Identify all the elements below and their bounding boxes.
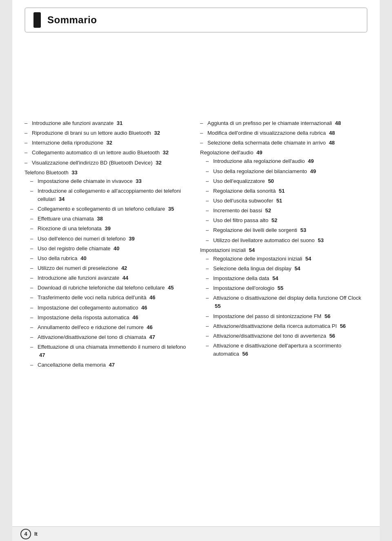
item-label: Trasferimento delle voci nella rubrica d… — [38, 294, 188, 302]
dash-icon: – — [24, 129, 30, 137]
item-label: Uso dell'uscita subwoofer 51 — [213, 197, 368, 205]
page-number: 46 — [132, 314, 138, 321]
page-number: 39 — [129, 236, 134, 242]
list-item: – Impostazione della risposta automatica… — [30, 314, 188, 322]
page-number: 47 — [109, 362, 115, 368]
item-label: Effettuazione di una chiamata immettendo… — [38, 343, 188, 359]
page-number: 49 — [308, 158, 314, 164]
item-label: Visualizzazione dell'indirizzo BD (Bluet… — [32, 159, 188, 167]
list-item: – Introduzione al collegamento e all'acc… — [30, 187, 188, 203]
item-label: Uso dell'equalizzatore 50 — [213, 177, 368, 185]
item-label: Cancellazione della memoria 47 — [38, 361, 188, 369]
dash-icon: – — [24, 159, 30, 167]
item-label: Collegamento e scollegamento di un telef… — [38, 205, 188, 213]
dash-icon: – — [24, 119, 30, 127]
page-number: 45 — [168, 285, 174, 291]
page-number: 32 — [107, 140, 112, 146]
right-intro-items: – Aggiunta di un prefisso per le chiamat… — [200, 119, 368, 147]
section-heading: Regolazione dell'audio 49 — [200, 149, 368, 156]
item-label: Uso del filtro passa alto 52 — [213, 216, 368, 225]
item-label: Annullamento dell'eco e riduzione del ru… — [38, 323, 188, 332]
dash-icon: – — [30, 304, 36, 312]
list-item: – Uso della rubrica 40 — [30, 254, 188, 263]
right-column: – Aggiunta di un prefisso per le chiamat… — [196, 119, 368, 371]
page-number: 54 — [294, 265, 300, 272]
dash-icon: – — [206, 342, 212, 350]
dash-icon: – — [206, 284, 212, 292]
list-item: – Cancellazione della memoria 47 — [30, 361, 188, 369]
page-number: 52 — [272, 217, 277, 223]
dash-icon: – — [206, 294, 212, 302]
left-column: – Introduzione alle funzioni avanzate 31… — [24, 119, 196, 371]
dash-icon: – — [30, 187, 36, 195]
black-accent-bar — [33, 12, 41, 28]
page-number: 38 — [97, 216, 102, 222]
regolazione-section: Regolazione dell'audio 49 – Introduzione… — [200, 149, 368, 244]
list-item: – Uso dell'uscita subwoofer 51 — [206, 197, 368, 205]
page-number: 48 — [329, 130, 335, 136]
list-item: – Impostazione della data 54 — [206, 274, 368, 283]
page-number: 51 — [279, 188, 285, 194]
list-item: – Modifica dell'ordine di visualizzazion… — [200, 129, 368, 137]
page-number: 48 — [335, 120, 341, 126]
dash-icon: – — [206, 226, 212, 234]
page-number: 51 — [276, 198, 282, 204]
page-number: 34 — [59, 196, 65, 202]
page-number: 54 — [272, 275, 278, 281]
list-item: – Attivazione e disattivazione dell'aper… — [206, 342, 368, 358]
page-number: 42 — [121, 265, 127, 271]
dash-icon: – — [30, 284, 36, 292]
list-item: – Regolazione delle impostazioni inizial… — [206, 255, 368, 263]
item-label: Regolazione della sonorità 51 — [213, 187, 368, 195]
item-label: Utilizzo dei numeri di preselezione 42 — [38, 264, 188, 272]
item-label: Attivazione o disattivazione del display… — [213, 294, 368, 310]
list-item: – Introduzione alle funzioni avanzate 31 — [24, 119, 188, 127]
list-item: – Riproduzione di brani su un lettore au… — [24, 129, 188, 137]
list-item: – Impostazione del collegamento automati… — [30, 304, 188, 312]
list-item: – Effettuazione di una chiamata immetten… — [30, 343, 188, 359]
page: Sommario – Introduzione alle funzioni av… — [12, 0, 380, 541]
item-label: Incremento dei bassi 52 — [213, 207, 368, 215]
section-heading: Impostazioni iniziali 54 — [200, 247, 368, 253]
item-label: Uso dell'elenco dei numeri di telefono 3… — [38, 235, 188, 243]
page-number: 56 — [340, 323, 345, 329]
item-label: Download di rubriche telefoniche dal tel… — [38, 284, 188, 292]
page-title: Sommario — [47, 14, 97, 26]
list-item: – Annullamento dell'eco e riduzione del … — [30, 323, 188, 332]
list-item: – Impostazione del passo di sintonizzazi… — [206, 312, 368, 321]
intro-section: – Introduzione alle funzioni avanzate 31… — [24, 119, 188, 167]
list-item: – Aggiunta di un prefisso per le chiamat… — [200, 119, 368, 127]
page-number: 56 — [329, 333, 335, 339]
list-item: – Uso dell'elenco dei numeri di telefono… — [30, 235, 188, 243]
item-label: Impostazione del collegamento automatico… — [38, 304, 188, 312]
item-label: Effettuare una chiamata 38 — [38, 215, 188, 223]
item-label: Regolazione dei livelli delle sorgenti 5… — [213, 226, 368, 234]
list-item: – Visualizzazione dell'indirizzo BD (Blu… — [24, 159, 188, 167]
list-item: – Uso dell'equalizzatore 50 — [206, 177, 368, 185]
dash-icon: – — [30, 333, 36, 341]
item-label: Riproduzione di brani su un lettore audi… — [32, 129, 188, 137]
dash-icon: – — [206, 274, 212, 283]
regolazione-items: – Introduzione alla regolazione dell'aud… — [200, 157, 368, 244]
list-item: – Uso del registro delle chiamate 40 — [30, 245, 188, 253]
dash-icon: – — [200, 119, 206, 127]
page-number: 56 — [242, 351, 248, 357]
page-number-badge: 4 — [20, 529, 31, 539]
list-item: – Ricezione di una telefonata 39 — [30, 225, 188, 233]
item-label: Impostazione del passo di sintonizzazion… — [213, 312, 368, 321]
page-number: 46 — [149, 294, 155, 301]
page-number: 31 — [117, 120, 122, 126]
dash-icon: – — [30, 361, 36, 369]
page-number: 53 — [318, 237, 323, 243]
title-bar: Sommario — [24, 7, 368, 33]
page-number: 50 — [268, 178, 274, 184]
page-number-text: 4 — [24, 531, 27, 537]
list-item: – Impostazione dell'orologio 55 — [206, 284, 368, 292]
item-label: Collegamento automatico di un lettore au… — [32, 149, 188, 157]
section-page: 54 — [249, 247, 255, 253]
list-item: – Collegamento e scollegamento di un tel… — [30, 205, 188, 213]
item-label: Modifica dell'ordine di visualizzazione … — [207, 129, 368, 137]
dash-icon: – — [30, 215, 36, 223]
page-number: 53 — [301, 227, 306, 233]
list-item: – Utilizzo del livellatore automatico de… — [206, 236, 368, 245]
